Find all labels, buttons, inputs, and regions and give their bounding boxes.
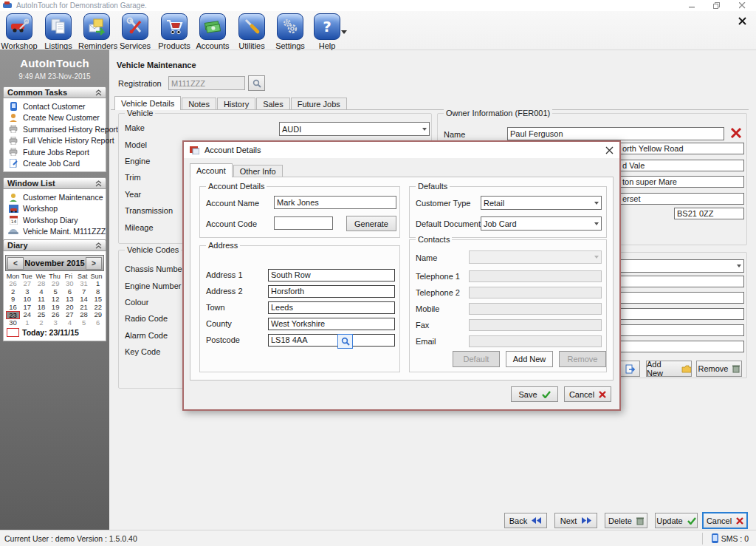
toolbar-reminders-button[interactable]: Reminders — [78, 13, 115, 50]
calendar-day-cell[interactable]: 26 — [49, 311, 63, 319]
diary-header[interactable]: Diary — [3, 239, 106, 251]
calendar-day-cell[interactable]: 9 — [6, 296, 20, 304]
calendar-day-cell[interactable]: 23 — [6, 311, 20, 319]
calendar-prev-button[interactable]: < — [7, 257, 24, 270]
clear-owner-icon[interactable] — [730, 127, 742, 139]
window-vehicle-maint[interactable]: Vehicle Maint. M111ZZZ — [4, 226, 106, 238]
owner-transfer-button[interactable] — [619, 361, 640, 377]
address-row-input[interactable]: Horsforth — [268, 285, 395, 298]
calendar-day-cell[interactable]: 13 — [63, 296, 77, 304]
account-name-input[interactable]: Mark Jones — [274, 196, 396, 209]
postcode-search-button[interactable] — [337, 334, 353, 349]
contact-default-button[interactable]: Default — [453, 351, 500, 367]
calendar-day-cell[interactable]: 31 — [77, 280, 91, 288]
calendar-day-cell[interactable]: 29 — [91, 311, 105, 319]
default-document-combo[interactable]: Job Card — [481, 216, 602, 231]
calendar-day-cell[interactable]: 30 — [6, 319, 20, 327]
toolbar-utilities-button[interactable]: Utilities — [233, 13, 270, 50]
generate-button[interactable]: Generate — [346, 216, 396, 231]
main-tab[interactable]: Future Jobs — [291, 98, 347, 110]
next-button[interactable]: Next — [554, 513, 597, 528]
toolbar-products-button[interactable]: Products — [156, 13, 193, 50]
toolbar-accounts-button[interactable]: Accounts — [194, 13, 231, 50]
address-row-input[interactable]: LS18 4AA — [268, 334, 395, 347]
calendar-day-cell[interactable]: 28 — [34, 280, 48, 288]
task-full-vehicle-history-report[interactable]: Full Vehicle History Report — [4, 135, 106, 147]
window-customer-maintenance[interactable]: Customer Maintenance — [4, 191, 106, 203]
calendar-day-cell[interactable]: 25 — [34, 311, 48, 319]
calendar-day-cell[interactable]: 16 — [6, 304, 20, 312]
dialog-cancel-button[interactable]: Cancel — [564, 386, 611, 402]
calendar-day-cell[interactable]: 4 — [63, 319, 77, 327]
address-row-input[interactable]: Leeds — [268, 301, 395, 314]
task-create-job-card[interactable]: Create Job Card — [4, 158, 106, 170]
contact-row-input[interactable] — [469, 335, 602, 347]
customer-type-combo[interactable]: Retail — [481, 196, 602, 210]
update-button[interactable]: Update — [655, 513, 698, 528]
view-close-icon[interactable] — [738, 17, 746, 25]
dialog-tab[interactable]: Account — [190, 163, 233, 177]
calendar-day-cell[interactable]: 6 — [91, 319, 105, 327]
calendar-day-cell[interactable]: 14 — [77, 296, 91, 304]
make-combo[interactable]: AUDI — [279, 122, 430, 136]
calendar-day-cell[interactable]: 11 — [34, 296, 48, 304]
main-tab[interactable]: Vehicle Details — [114, 96, 181, 110]
close-button[interactable] — [734, 0, 750, 11]
address-row-input[interactable]: West Yorkshire — [268, 318, 395, 330]
main-tab[interactable]: Notes — [182, 98, 216, 110]
calendar-today-row[interactable]: Today: 23/11/15 — [7, 328, 106, 337]
minimize-button[interactable] — [684, 0, 700, 11]
contact-row-input[interactable] — [469, 319, 602, 331]
address-row-input[interactable]: South Row — [268, 269, 395, 281]
owner-address2-input[interactable]: d Vale — [619, 160, 744, 171]
footer-cancel-button[interactable]: Cancel — [702, 512, 748, 529]
owner-town-input[interactable]: ton super Mare — [619, 176, 744, 188]
window-workshop-diary[interactable]: 14 Workshop Diary — [4, 214, 106, 226]
toolbar-settings-button[interactable]: Settings — [272, 13, 309, 50]
calendar-day-cell[interactable]: 2 — [34, 319, 48, 327]
registration-input[interactable]: M111ZZZ — [168, 76, 245, 90]
calendar-day-cell[interactable]: 27 — [20, 280, 34, 288]
contact-add-new-button[interactable]: Add New — [506, 351, 553, 367]
calendar-day-cell[interactable]: 24 — [20, 311, 34, 319]
contact-row-input[interactable] — [469, 287, 602, 298]
toolbar-help-button[interactable]: ? Help — [309, 13, 346, 50]
maximize-button[interactable] — [709, 0, 725, 11]
back-button[interactable]: Back — [504, 513, 547, 528]
dialog-tab[interactable]: Other Info — [233, 165, 283, 177]
owner-name-input[interactable]: Paul Ferguson — [507, 127, 724, 140]
contact-row-input[interactable] — [469, 270, 602, 282]
toolbar-more-caret-icon[interactable] — [341, 30, 347, 34]
calendar-day-cell[interactable]: 5 — [77, 319, 91, 327]
common-tasks-header[interactable]: Common Tasks — [3, 86, 106, 98]
calendar-day-cell[interactable]: 29 — [49, 280, 63, 288]
task-contact-customer[interactable]: Contact Customer — [4, 100, 106, 112]
owner-address1-input[interactable]: orth Yellow Road — [619, 143, 744, 154]
calendar-day-cell[interactable]: 10 — [20, 296, 34, 304]
main-tab[interactable]: History — [217, 98, 255, 110]
calendar-day-cell[interactable]: 26 — [6, 280, 20, 288]
toolbar-workshop-button[interactable]: Workshop — [1, 13, 38, 50]
dialog-close-icon[interactable] — [605, 146, 614, 154]
calendar-day-cell[interactable]: 28 — [77, 311, 91, 319]
calendar-day-cell[interactable]: 30 — [63, 280, 77, 288]
window-list-header[interactable]: Window List — [3, 177, 106, 189]
registration-search-button[interactable] — [248, 75, 265, 91]
contact-remove-button[interactable]: Remove — [559, 351, 606, 367]
calendar-day-cell[interactable]: 15 — [91, 296, 105, 304]
calendar-day-cell[interactable]: 3 — [49, 319, 63, 327]
toolbar-listings-button[interactable]: Listings — [40, 13, 77, 50]
calendar-day-cell[interactable]: 27 — [63, 311, 77, 319]
task-create-new-customer[interactable]: Create New Customer — [4, 112, 106, 124]
window-workshop[interactable]: Workshop — [4, 203, 106, 215]
dialog-save-button[interactable]: Save — [511, 386, 558, 402]
contact-name-combo[interactable] — [469, 250, 602, 264]
owner-county-input[interactable]: erset — [619, 193, 744, 205]
delete-button[interactable]: Delete — [605, 513, 647, 528]
toolbar-services-button[interactable]: Services — [117, 13, 154, 50]
calendar-next-button[interactable]: > — [86, 257, 102, 270]
calendar-day-cell[interactable]: 1 — [20, 319, 34, 327]
owner-remove-button[interactable]: Remove — [696, 361, 742, 377]
task-future-jobs-report[interactable]: Future Jobs Report — [4, 146, 106, 158]
main-tab[interactable]: Sales — [256, 98, 290, 110]
